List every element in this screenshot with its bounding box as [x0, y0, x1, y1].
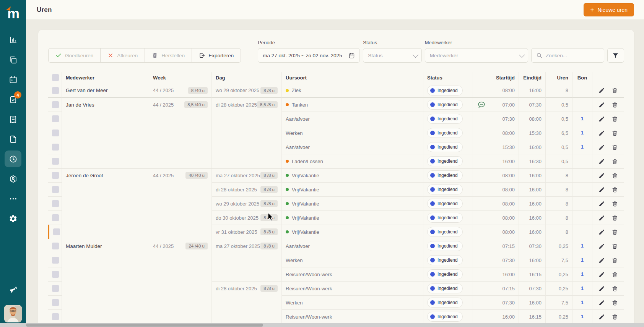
- edit-button[interactable]: [598, 144, 605, 151]
- row-checkbox[interactable]: [52, 101, 59, 108]
- column-header: [48, 72, 62, 83]
- sidebar-item-tasks[interactable]: 4: [5, 91, 21, 108]
- status-badge: Ingediend: [427, 298, 463, 308]
- edit-button[interactable]: [598, 186, 605, 193]
- bon-link[interactable]: 1: [581, 257, 584, 263]
- hours-value: 8: [566, 173, 568, 178]
- end-time: 07:30: [529, 243, 542, 249]
- delete-button[interactable]: [611, 115, 618, 122]
- row-checkbox[interactable]: [52, 257, 59, 264]
- app-logo[interactable]: m: [5, 5, 21, 21]
- edit-button[interactable]: [598, 243, 605, 249]
- hour-type-label: Werken: [286, 300, 303, 306]
- row-checkbox[interactable]: [52, 87, 59, 94]
- user-avatar[interactable]: [4, 305, 22, 322]
- sidebar-item-documents[interactable]: [5, 131, 21, 147]
- sidebar-item-settings[interactable]: [5, 210, 21, 227]
- bon-link[interactable]: 1: [581, 116, 584, 121]
- edit-button[interactable]: [598, 313, 605, 320]
- periode-input[interactable]: ma 27 okt. 2025 ~ zo 02 nov. 2025: [258, 48, 360, 63]
- delete-button[interactable]: [611, 186, 618, 193]
- export-button[interactable]: Exporteren: [192, 49, 241, 62]
- edit-button[interactable]: [598, 115, 605, 122]
- row-checkbox[interactable]: [52, 158, 59, 165]
- edit-button[interactable]: [598, 299, 605, 306]
- select-all-checkbox[interactable]: [52, 74, 59, 81]
- delete-button[interactable]: [611, 87, 618, 94]
- sidebar-item-hours[interactable]: [5, 151, 21, 167]
- row-checkbox[interactable]: [52, 243, 59, 249]
- edit-button[interactable]: [598, 200, 605, 207]
- delete-button[interactable]: [611, 200, 618, 207]
- hour-type-label: Vrij/Vakantie: [292, 187, 319, 193]
- edit-button[interactable]: [598, 214, 605, 221]
- edit-button[interactable]: [598, 130, 605, 136]
- approve-button[interactable]: Goedkeuren: [49, 49, 101, 62]
- hour-type-label: Aan/afvoer: [286, 116, 310, 122]
- edit-button[interactable]: [598, 228, 605, 235]
- filter-button[interactable]: [607, 48, 624, 63]
- bon-link[interactable]: 1: [581, 272, 584, 277]
- delete-button[interactable]: [611, 271, 618, 278]
- bon-link[interactable]: 1: [581, 144, 584, 150]
- edit-button[interactable]: [598, 285, 605, 292]
- edit-button[interactable]: [598, 271, 605, 278]
- delete-button[interactable]: [611, 228, 618, 235]
- table-row: Gert van der Meer44 / 20258 /40 uwo 29 o…: [48, 83, 624, 97]
- row-checkbox[interactable]: [52, 214, 59, 221]
- delete-button[interactable]: [611, 144, 618, 151]
- table-row: WerkenIngediend08:0015:306,51: [48, 126, 624, 140]
- row-checkbox[interactable]: [52, 172, 59, 179]
- row-checkbox[interactable]: [52, 271, 59, 278]
- bon-link[interactable]: 1: [581, 314, 584, 319]
- sidebar-item-invoices[interactable]: [5, 111, 21, 128]
- delete-button[interactable]: [611, 285, 618, 292]
- delete-button[interactable]: [611, 243, 618, 249]
- bon-link[interactable]: 1: [581, 243, 584, 249]
- table-row: WerkenIngediend07:3016:007,51: [48, 295, 624, 309]
- sidebar-item-projects[interactable]: [5, 51, 21, 68]
- delete-button[interactable]: [611, 172, 618, 179]
- scrollbar-thumb[interactable]: [26, 324, 263, 327]
- sidebar-item-employees[interactable]: [5, 170, 21, 187]
- sidebar-item-planning[interactable]: [5, 71, 21, 88]
- edit-button[interactable]: [598, 87, 605, 94]
- edit-button[interactable]: [598, 257, 605, 264]
- delete-button[interactable]: [611, 257, 618, 264]
- edit-button[interactable]: [598, 172, 605, 179]
- row-checkbox[interactable]: [52, 130, 59, 136]
- bon-link[interactable]: 1: [581, 130, 584, 136]
- row-checkbox[interactable]: [52, 115, 59, 122]
- row-checkbox[interactable]: [52, 299, 59, 306]
- delete-button[interactable]: [611, 214, 618, 221]
- row-checkbox[interactable]: [52, 285, 59, 292]
- sidebar-item-announcements[interactable]: [5, 281, 21, 298]
- edit-button[interactable]: [598, 158, 605, 165]
- status-select[interactable]: Status: [363, 48, 421, 63]
- bon-link[interactable]: 1: [581, 286, 584, 291]
- row-checkbox[interactable]: [53, 228, 60, 235]
- delete-button[interactable]: [611, 130, 618, 136]
- search-input[interactable]: Zoeken...: [531, 48, 604, 63]
- delete-button[interactable]: [611, 313, 618, 320]
- edit-button[interactable]: [598, 101, 605, 108]
- delete-button[interactable]: [611, 158, 618, 165]
- medewerker-select[interactable]: Medewerker: [425, 48, 528, 63]
- end-time: 16:00: [529, 201, 542, 207]
- sidebar-item-more[interactable]: [5, 190, 21, 207]
- new-hours-button[interactable]: + Nieuwe uren: [584, 3, 634, 16]
- row-checkbox[interactable]: [52, 313, 59, 320]
- horizontal-scrollbar[interactable]: [0, 323, 644, 327]
- row-checkbox[interactable]: [52, 144, 59, 151]
- row-checkbox[interactable]: [52, 200, 59, 207]
- delete-button[interactable]: [611, 299, 618, 306]
- chevron-down-icon: [519, 52, 525, 58]
- delete-button[interactable]: [611, 101, 618, 108]
- sidebar-item-statistics[interactable]: [5, 31, 21, 48]
- row-checkbox[interactable]: [52, 186, 59, 193]
- document-icon: [9, 135, 18, 144]
- reject-button[interactable]: Afkeuren: [101, 49, 145, 62]
- restore-button[interactable]: Herstellen: [145, 49, 192, 62]
- comment-icon[interactable]: [477, 100, 486, 109]
- bon-link[interactable]: 1: [581, 300, 584, 305]
